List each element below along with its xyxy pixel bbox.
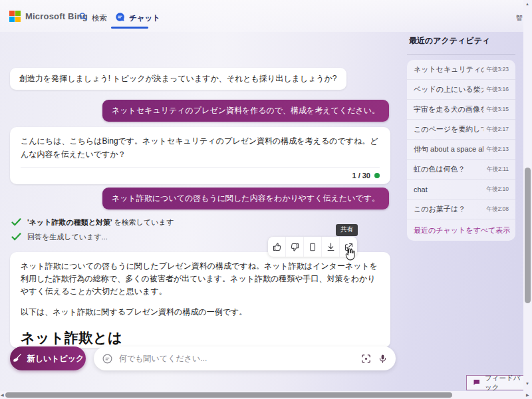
mouse-cursor-pointer: [342, 245, 356, 264]
new-topic-button[interactable]: 新しいトピック: [10, 346, 86, 370]
microphone-icon[interactable]: [378, 353, 388, 364]
status-generating-text: 回答を生成しています...: [27, 232, 108, 242]
search-query-text: 'ネット詐欺の種類と対策': [27, 218, 112, 226]
status-green-dot: [374, 173, 380, 178]
turn-limit-counter: 1 / 30: [352, 172, 370, 180]
horizontal-scrollbar-thumb[interactable]: [5, 392, 452, 398]
activity-item[interactable]: 虹の色は何色？ 午後2:11: [407, 160, 515, 180]
bing-chat-page: Microsoft Bing 検索 チャット 智 創造力を発揮しま: [0, 0, 532, 399]
bot-message-card: こんにちは、こちらはBingです。ネットセキュリティのプレゼン資料の構成を考える…: [10, 127, 390, 184]
activity-item[interactable]: ベッドの上にいる柴犬 午後3:16: [407, 80, 515, 100]
bot-answer-card: ネット詐欺についての啓もうに関したプレゼン資料の構成ですね。ネット詐欺はインター…: [10, 252, 390, 348]
status-searching: 'ネット詐欺の種類と対策' を検索しています: [11, 217, 174, 227]
user-message-1: ネットセキュリティのプレゼン資料を作るので、構成を考えてください。: [102, 100, 389, 122]
composer-bar: 新しいトピック: [10, 346, 396, 370]
chat-input[interactable]: [119, 354, 354, 363]
scroll-up-arrow[interactable]: ▲: [525, 2, 529, 6]
image-search-icon[interactable]: [360, 353, 372, 364]
clipped-right-text: 智: [516, 13, 523, 22]
feedback-bubble-icon: [472, 378, 481, 388]
bot-message-2: こんにちは、こちらはBingです。ネットセキュリティのプレゼン資料の構成を考える…: [21, 134, 380, 161]
broom-icon: [12, 352, 23, 365]
answer-paragraph-1: ネット詐欺についての啓もうに関したプレゼン資料の構成ですね。ネット詐欺はインター…: [21, 260, 380, 298]
scroll-right-arrow[interactable]: ▶: [526, 392, 529, 397]
checkmark-icon: [11, 233, 21, 242]
copy-button[interactable]: [304, 237, 322, 257]
thumbs-down-button[interactable]: [286, 237, 304, 257]
sidebar-title: 最近のアクティビティ: [409, 35, 490, 47]
thumbs-up-button[interactable]: [268, 237, 286, 257]
answer-heading: ネット詐欺とは: [21, 329, 380, 347]
status-generating: 回答を生成しています...: [11, 232, 108, 242]
activity-item[interactable]: ネットセキュリティのプレ 午後3:23: [407, 60, 515, 80]
show-all-chats-link[interactable]: 最近のチャットをすべて表示: [407, 219, 515, 241]
scroll-down-arrow[interactable]: ▼: [525, 382, 529, 386]
prompt-bubble-icon: [102, 353, 113, 364]
bot-message-intro: 創造力を発揮しましょう! トピックが決まっていますか、それとも採り出しましょうか…: [10, 68, 346, 90]
chat-column: 創造力を発揮しましょう! トピックが決まっていますか、それとも採り出しましょうか…: [10, 0, 390, 399]
recent-activity-list: ネットセキュリティのプレ 午後3:23 ベッドの上にいる柴犬 午後3:16 宇宙…: [407, 60, 515, 241]
answer-paragraph-2: 以下は、ネット詐欺に関するプレゼン資料の構成の一例です。: [21, 306, 380, 319]
new-topic-label: 新しいトピック: [27, 353, 84, 364]
feedback-label: フィードバック: [485, 374, 526, 392]
user-message-2: ネット詐欺についての啓もうに関した内容をわかりやすく伝えたいです。: [102, 188, 389, 209]
scroll-left-arrow[interactable]: ◀: [1, 392, 4, 397]
message-card-footer: 1 / 30: [21, 167, 380, 180]
activity-item[interactable]: chat 午後2:10: [407, 180, 515, 200]
vertical-scrollbar[interactable]: ▲ ▼: [523, 0, 532, 391]
status-searching-text: 'ネット詐欺の種類と対策' を検索しています: [27, 217, 174, 227]
activity-item[interactable]: このページを要約して。 午後2:17: [407, 120, 515, 140]
activity-item[interactable]: 俳句 about a space alligat 午後2:13: [407, 140, 515, 160]
checkmark-icon: [11, 218, 21, 227]
feedback-button[interactable]: フィードバック: [466, 375, 532, 390]
horizontal-scrollbar[interactable]: ◀ ▶: [0, 391, 532, 399]
download-button[interactable]: [322, 237, 340, 257]
sidebar-divider: [407, 54, 515, 55]
share-tooltip: 共有: [336, 224, 358, 236]
activity-item[interactable]: 宇宙を走る犬の画像を作 午後3:15: [407, 100, 515, 120]
search-rest-text: を検索しています: [112, 218, 174, 226]
vertical-scrollbar-thumb[interactable]: [525, 168, 531, 303]
chat-input-container: [94, 346, 396, 370]
activity-item[interactable]: このお菓子は？ 午後2:08: [407, 200, 515, 219]
